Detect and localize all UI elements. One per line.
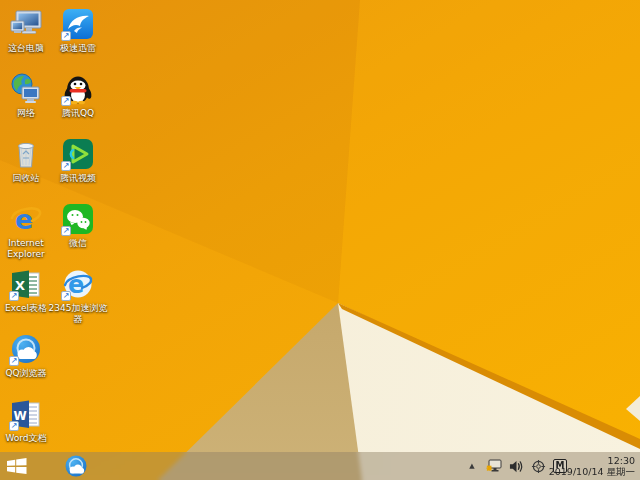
- shortcut-arrow-icon: ↗: [61, 161, 71, 171]
- volume-icon[interactable]: [508, 458, 524, 474]
- shortcut-arrow-icon: ↗: [9, 421, 19, 431]
- desktop-icon-wechat[interactable]: ↗ 微信: [47, 203, 109, 249]
- shortcut-arrow-icon: ↗: [61, 96, 71, 106]
- network-status-icon[interactable]: [486, 458, 502, 474]
- desktop-icon-jisu-xunlei[interactable]: ↗ 极速迅雷: [47, 8, 109, 54]
- internet-explorer-icon: e: [10, 203, 42, 235]
- xunlei-bird-icon: ↗: [62, 8, 94, 40]
- clock-time: 12:30: [549, 455, 635, 466]
- desktop-icon-tencent-video[interactable]: ↗ 腾讯视频: [47, 138, 109, 184]
- icon-label: 腾讯QQ: [47, 108, 109, 119]
- wechat-icon: ↗: [62, 203, 94, 235]
- desktop-icon-browser-2345[interactable]: e ↗ 2345加速浏览器: [47, 268, 109, 325]
- shortcut-arrow-icon: ↗: [61, 31, 71, 41]
- this-pc-icon: [10, 8, 42, 40]
- desktop-icon-qq-browser[interactable]: ↗ QQ浏览器: [0, 333, 57, 379]
- shortcut-arrow-icon: ↗: [9, 356, 19, 366]
- taskbar-clock[interactable]: 12:30 2019/10/14 星期一: [549, 455, 635, 477]
- shortcut-arrow-icon: ↗: [61, 226, 71, 236]
- icon-label: 极速迅雷: [47, 43, 109, 54]
- taskbar[interactable]: ▲ M: [0, 452, 640, 480]
- shortcut-arrow-icon: ↗: [61, 291, 71, 301]
- recycle-bin-icon: [10, 138, 42, 170]
- shortcut-arrow-icon: ↗: [9, 291, 19, 301]
- start-button[interactable]: [0, 452, 34, 480]
- desktop-icon-word[interactable]: W ↗ Word文档: [0, 398, 57, 444]
- word-icon: W ↗: [10, 398, 42, 430]
- network-icon: [10, 73, 42, 105]
- taskbar-qq-browser-button[interactable]: [56, 452, 96, 480]
- qq-penguin-icon: ↗: [62, 73, 94, 105]
- tencent-video-icon: ↗: [62, 138, 94, 170]
- icon-label: 腾讯视频: [47, 173, 109, 184]
- qq-browser-taskbar-icon: [64, 454, 88, 478]
- icon-label: 2345加速浏览器: [47, 303, 109, 325]
- desktop-icon-tencent-qq[interactable]: ↗ 腾讯QQ: [47, 73, 109, 119]
- clock-date: 2019/10/14 星期一: [549, 466, 635, 477]
- icon-label: QQ浏览器: [0, 368, 57, 379]
- excel-icon: X ↗: [10, 268, 42, 300]
- utility-tray-icon[interactable]: [530, 458, 546, 474]
- windows-logo-icon: [7, 458, 27, 474]
- icon-label: Word文档: [0, 433, 57, 444]
- icon-label: 微信: [47, 238, 109, 249]
- browser-2345-icon: e ↗: [62, 268, 94, 300]
- qq-browser-icon: ↗: [10, 333, 42, 365]
- show-hidden-icons-chevron-icon[interactable]: ▲: [464, 458, 480, 474]
